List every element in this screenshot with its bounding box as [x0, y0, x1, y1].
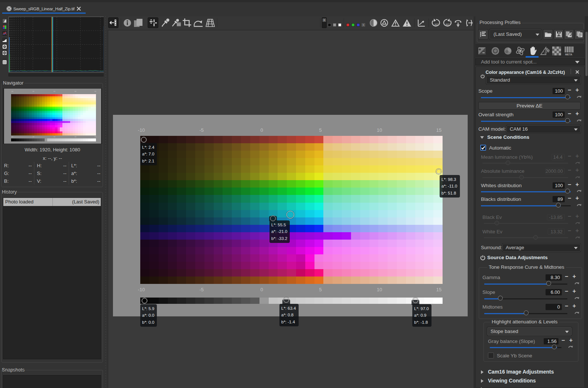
svg-text:META: META: [565, 53, 572, 56]
svg-text:90°: 90°: [446, 23, 450, 26]
svg-text:90°: 90°: [434, 23, 439, 26]
